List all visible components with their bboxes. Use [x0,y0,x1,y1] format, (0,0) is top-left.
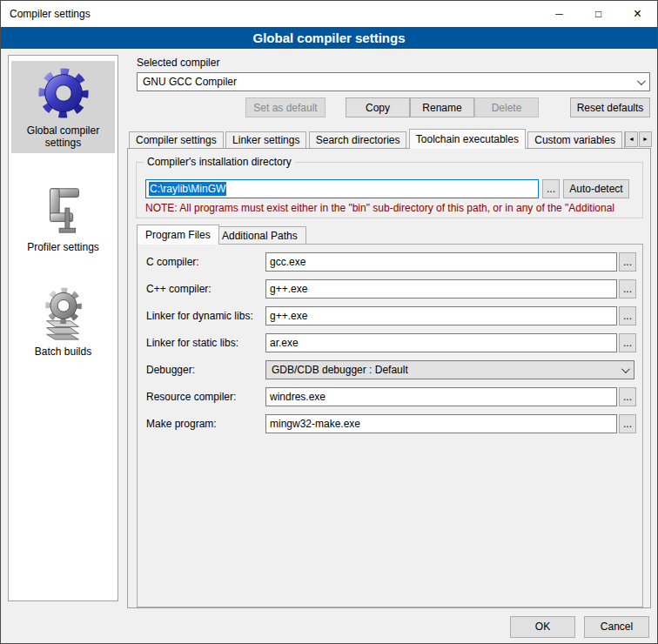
auto-detect-button[interactable]: Auto-detect [563,179,629,198]
field-row-dynamic-linker: Linker for dynamic libs: ... [138,306,642,325]
browse-button[interactable]: ... [619,279,636,299]
tab-scroll-right-button[interactable]: ► [639,131,652,147]
compiler-settings-dialog: Compiler settings ─ □ × Global compiler … [0,0,658,644]
gear-blue-icon [37,66,91,120]
browse-button[interactable]: ... [619,306,636,325]
install-directory-selected-text: C:\raylib\MinGW [149,182,226,196]
field-label: Debugger: [146,364,195,376]
field-row-static-linker: Linker for static libs: ... [138,333,642,352]
sidebar-item-global-compiler-settings[interactable]: Global compiler settings [11,61,115,153]
ok-button[interactable]: OK [510,616,575,638]
program-files-panel: C compiler: ... C++ compiler: ... Linker… [137,244,643,607]
install-directory-group: Compiler's installation directory C:\ray… [136,162,643,218]
tab-search-directories[interactable]: Search directories [309,131,407,149]
field-label: C compiler: [146,256,199,268]
window-controls: ─ □ × [540,1,657,27]
compiler-select-value: GNU GCC Compiler [143,73,237,91]
browse-button[interactable]: ... [619,252,636,272]
debugger-select[interactable]: GDB/CDB debugger : Default [265,360,634,379]
sidebar-item-batch-builds[interactable]: Batch builds [11,282,115,362]
tab-toolchain-executables[interactable]: Toolchain executables [409,129,526,149]
dynamic-linker-input[interactable] [265,306,617,325]
rename-button[interactable]: Rename [410,97,474,117]
titlebar: Compiler settings ─ □ × [1,1,657,27]
field-label: C++ compiler: [146,283,212,295]
window-title: Compiler settings [1,8,91,20]
field-label: Make program: [146,418,217,430]
tab-scroll-left-button[interactable]: ◄ [625,131,638,147]
compiler-select[interactable]: GNU GCC Compiler [137,72,650,91]
tab-additional-paths[interactable]: Additional Paths [213,226,306,245]
browse-button[interactable]: ... [619,387,636,406]
settings-tabstrip: Compiler settings Linker settings Search… [129,129,625,149]
install-directory-input[interactable]: C:\raylib\MinGW [145,179,539,198]
sidebar-item-label: Global compiler settings [13,124,113,149]
install-directory-group-title: Compiler's installation directory [144,156,295,168]
settings-category-sidebar: Global compiler settings [8,55,118,601]
field-row-debugger: Debugger: GDB/CDB debugger : Default [138,360,642,379]
field-label: Resource compiler: [146,391,236,403]
field-row-cpp-compiler: C++ compiler: ... [138,279,642,299]
sidebar-item-label: Profiler settings [13,241,113,253]
resource-compiler-input[interactable] [265,387,617,406]
maximize-button[interactable]: □ [579,1,618,27]
reset-defaults-button[interactable]: Reset defaults [570,97,650,117]
tab-program-files[interactable]: Program Files [137,225,219,245]
directory-note-text: NOTE: All programs must exist either in … [145,202,638,214]
copy-button[interactable]: Copy [346,97,410,117]
field-label: Linker for dynamic libs: [146,310,253,322]
field-row-make-program: Make program: ... [138,414,642,433]
delete-button: Delete [474,97,539,117]
field-row-resource-compiler: Resource compiler: ... [138,387,642,406]
tab-compiler-settings[interactable]: Compiler settings [129,131,224,149]
c-compiler-input[interactable] [265,252,617,272]
browse-button[interactable]: ... [619,414,636,433]
debugger-select-value: GDB/CDB debugger : Default [272,361,408,379]
sidebar-item-profiler-settings[interactable]: Profiler settings [11,178,115,258]
field-label: Linker for static libs: [146,337,238,349]
gear-stack-gray-icon [37,287,91,341]
browse-directory-button[interactable]: ... [542,179,560,198]
tab-linker-settings[interactable]: Linker settings [225,131,306,149]
browse-button[interactable]: ... [619,333,636,352]
make-program-input[interactable] [265,414,617,433]
cancel-button[interactable]: Cancel [584,616,649,638]
dialog-banner-title: Global compiler settings [1,27,657,49]
sidebar-item-label: Batch builds [13,345,113,358]
close-button[interactable]: × [618,1,657,27]
selected-compiler-label: Selected compiler [137,57,219,69]
profiler-tool-icon [37,183,91,237]
chevron-down-icon [621,365,630,373]
cpp-compiler-input[interactable] [265,279,617,299]
set-as-default-button: Set as default [245,97,326,117]
chevron-down-icon [637,77,646,85]
tab-custom-variables[interactable]: Custom variables [527,131,622,149]
field-row-c-compiler: C compiler: ... [138,252,642,272]
minimize-button[interactable]: ─ [540,1,579,27]
static-linker-input[interactable] [265,333,617,352]
